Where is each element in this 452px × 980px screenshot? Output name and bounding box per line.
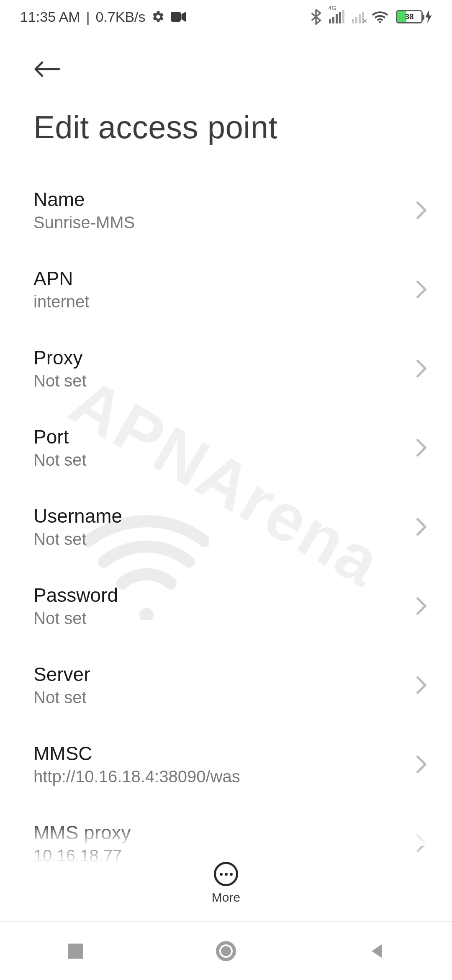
signal-4g-icon: 4G [329,10,344,23]
chevron-right-icon [416,438,427,457]
more-button[interactable]: More [0,845,452,905]
item-label: Username [33,505,416,527]
circle-icon [216,941,236,961]
more-icon [214,862,238,886]
charging-icon [425,10,432,23]
chevron-right-icon [416,676,427,694]
setting-item-proxy[interactable]: Proxy Not set [0,329,452,408]
chevron-right-icon [416,518,427,536]
setting-item-server[interactable]: Server Not set [0,645,452,725]
item-label: Port [33,426,416,448]
item-label: Proxy [33,346,416,369]
chevron-right-icon [416,597,427,615]
setting-item-apn[interactable]: APN internet [0,250,452,329]
square-icon [67,943,84,959]
item-value: Not set [33,688,416,707]
svg-point-4 [221,946,231,956]
status-divider: | [86,9,90,25]
item-value: Not set [33,371,416,390]
setting-item-password[interactable]: Password Not set [0,566,452,645]
item-label: MMSC [33,742,416,765]
triangle-left-icon [368,943,385,959]
gear-icon [152,10,165,23]
item-value: Not set [33,609,416,628]
chevron-right-icon [416,359,427,378]
arrow-left-icon [33,60,60,78]
more-label: More [212,890,240,905]
setting-item-port[interactable]: Port Not set [0,408,452,487]
item-value: Not set [33,530,416,549]
item-value: Not set [33,451,416,469]
nav-recent-button[interactable] [33,943,117,959]
bluetooth-icon [311,9,321,25]
item-label: APN [33,267,416,290]
item-label: MMS proxy [33,821,416,844]
chevron-right-icon [416,280,427,299]
svg-point-1 [379,21,381,23]
signal-nosim-icon: ✕ [352,10,364,23]
battery-icon: 38 [396,10,423,23]
camera-icon [171,11,186,22]
svg-rect-2 [68,944,83,959]
page-title: Edit access point [33,109,419,145]
setting-item-username[interactable]: Username Not set [0,487,452,566]
chevron-right-icon [416,755,427,774]
settings-list: Name Sunrise-MMS APN internet Proxy Not … [0,154,452,865]
status-net-speed: 0.7KB/s [96,9,146,25]
item-value: http://10.16.18.4:38090/was [33,767,416,786]
statusbar: 11:35 AM | 0.7KB/s 4G ✕ [0,0,452,34]
battery-percent: 38 [397,12,421,21]
item-value: internet [33,292,416,311]
wifi-icon [372,10,388,23]
back-button[interactable] [33,54,63,84]
item-label: Name [33,188,416,211]
item-label: Password [33,584,416,606]
item-value: Sunrise-MMS [33,213,416,232]
status-time: 11:35 AM [20,9,80,25]
nav-back-button[interactable] [335,943,419,959]
setting-item-name[interactable]: Name Sunrise-MMS [0,170,452,250]
nav-home-button[interactable] [184,941,268,961]
setting-item-mmsc[interactable]: MMSC http://10.16.18.4:38090/was [0,725,452,804]
item-label: Server [33,663,416,686]
svg-rect-0 [171,12,181,22]
android-navbar [0,921,452,980]
chevron-right-icon [416,201,427,219]
